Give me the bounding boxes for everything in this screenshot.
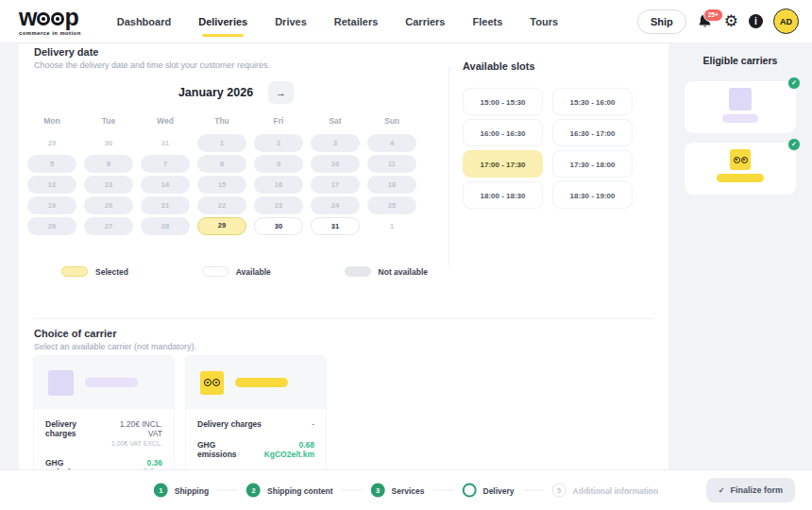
calendar: January 2026 Mon Tue Wed Thu Fri Sat Sun: [24, 81, 448, 235]
calendar-day[interactable]: 31: [311, 217, 360, 235]
calendar-day: 31: [141, 134, 190, 152]
calendar-day[interactable]: 29: [197, 217, 246, 235]
calendar-day-cell: 15: [194, 176, 250, 194]
calendar-day-cell: 1: [194, 134, 250, 152]
avatar[interactable]: AD: [773, 8, 799, 34]
calendar-day-cell: 2: [250, 134, 307, 152]
calendar-day-cell: 22: [194, 196, 250, 214]
delivery-charges-sub-value: 1.00€ VAT EXCL.: [106, 440, 162, 447]
eligible-carrier-card[interactable]: [685, 81, 796, 133]
step-circle: 5: [552, 484, 567, 498]
calendar-day-cell: 30: [250, 217, 307, 235]
nav-item[interactable]: Deliveries: [198, 16, 247, 27]
time-slot[interactable]: 17:30 - 18:00: [552, 150, 633, 178]
stepper-step[interactable]: 4 Delivery: [463, 484, 552, 498]
next-month-button[interactable]: [268, 81, 294, 104]
calendar-day-cell: 3: [307, 134, 364, 152]
finalize-form-button[interactable]: Finalize form: [706, 478, 795, 502]
notifications-button[interactable]: 25+: [697, 13, 714, 30]
calendar-day-cell: 20: [80, 196, 137, 214]
ship-button[interactable]: Ship: [637, 9, 686, 34]
calendar-day: 15: [197, 176, 246, 194]
calendar-day[interactable]: 30: [254, 217, 303, 235]
form-stepper: 1 Shipping 2 Shipping content 3 Services…: [154, 484, 659, 498]
available-slots-title: Available slots: [463, 60, 663, 72]
stepper-step[interactable]: 5 Additional information: [552, 484, 659, 498]
delivery-date-subtitle: Choose the delivery date and time slot y…: [34, 60, 270, 70]
weekday-label: Sat: [307, 116, 364, 126]
calendar-day: 1: [197, 134, 246, 152]
step-label: Delivery: [483, 485, 515, 495]
available-slots-section: Available slots 15:00 - 15:30 15:30 - 16…: [463, 60, 663, 209]
legend-item: Available: [202, 266, 271, 277]
calendar-day: 14: [141, 176, 190, 194]
time-slot[interactable]: 18:00 - 18:30: [463, 181, 543, 209]
nav-item[interactable]: Carriers: [405, 16, 445, 27]
delivery-charges-label: Delivery charges: [197, 419, 262, 429]
calendar-day-cell: 1: [364, 217, 420, 235]
delivery-date-title: Delivery date: [34, 46, 270, 58]
time-slot[interactable]: 16:00 - 16:30: [463, 119, 543, 146]
delivery-charges-label: Delivery charges: [45, 419, 106, 438]
legend-swatch: [345, 266, 371, 277]
carrier-name-bar: [722, 114, 758, 123]
calendar-day-cell: 29: [194, 217, 250, 235]
carrier-logo-icon: [730, 149, 751, 170]
check-icon: [719, 485, 725, 495]
weekday-label: Mon: [24, 116, 80, 126]
calendar-day-cell: 30: [80, 134, 137, 152]
calendar-day-cell: 21: [137, 196, 194, 214]
calendar-day: 20: [84, 196, 133, 214]
time-slot[interactable]: 15:00 - 15:30: [463, 88, 543, 115]
step-label: Additional information: [573, 485, 659, 495]
eligible-carrier-card[interactable]: [685, 143, 796, 195]
calendar-day: 17: [311, 176, 360, 194]
calendar-day: 24: [311, 196, 360, 214]
info-icon[interactable]: [749, 14, 763, 28]
calendar-day-cell: 4: [364, 134, 420, 152]
main-nav: Dashboard Deliveries Drives Retailers Ca…: [117, 16, 558, 27]
logo-o-icon: [37, 12, 50, 26]
nav-item[interactable]: Tours: [530, 16, 558, 27]
stepper-step[interactable]: 2 Shipping content: [246, 484, 370, 498]
nav-item[interactable]: Drives: [275, 16, 307, 27]
time-slot[interactable]: 18:30 - 19:00: [552, 181, 633, 209]
form-footer: 1 Shipping 2 Shipping content 3 Services…: [0, 469, 812, 510]
stepper-step[interactable]: 1 Shipping: [154, 484, 246, 498]
woop-oo-icon: [734, 157, 748, 163]
nav-item[interactable]: Fleets: [473, 16, 503, 27]
time-slot[interactable]: 16:30 - 17:00: [552, 119, 633, 146]
legend-label: Available: [236, 267, 271, 277]
gear-icon[interactable]: [724, 13, 738, 29]
step-connector: [523, 490, 544, 491]
calendar-day: 18: [367, 176, 416, 194]
choice-of-carrier-subtitle: Select an available carrier (not mandato…: [34, 342, 196, 351]
calendar-day-cell: 12: [24, 176, 80, 194]
carrier-logo-zone: [34, 356, 174, 409]
logo-tagline: commerce in motion: [19, 30, 81, 36]
calendar-day: 26: [27, 217, 76, 235]
time-slot[interactable]: 17:00 - 17:30: [463, 150, 543, 178]
weekday-label: Fri: [250, 116, 307, 126]
calendar-days-grid: 29 30 31 1 2: [24, 134, 448, 235]
carrier-name-bar: [235, 378, 288, 387]
calendar-day-cell: 18: [364, 176, 420, 194]
time-slot[interactable]: 15:30 - 16:00: [552, 88, 633, 115]
logo-wordmark: w p: [19, 7, 81, 28]
calendar-day-cell: 6: [80, 155, 137, 173]
weekday-label: Wed: [137, 116, 194, 126]
legend-item: Selected: [61, 266, 128, 277]
eligible-carriers-sidebar: Eligible carriers: [668, 43, 812, 469]
calendar-day: 3: [311, 134, 360, 152]
top-navigation-bar: w p commerce in motion Dashboard Deliver…: [0, 0, 812, 43]
calendar-day: 10: [311, 155, 360, 173]
nav-item[interactable]: Retailers: [334, 16, 378, 27]
nav-item[interactable]: Dashboard: [117, 16, 171, 27]
calendar-day-cell: 27: [80, 217, 137, 235]
stepper-step[interactable]: 3 Services: [371, 484, 463, 498]
calendar-day: 6: [84, 155, 133, 173]
legend-label: Selected: [95, 267, 128, 277]
delivery-form-panel: Delivery date Choose the delivery date a…: [19, 43, 668, 469]
weekday-label: Sun: [364, 116, 420, 126]
woop-logo[interactable]: w p commerce in motion: [19, 7, 81, 36]
